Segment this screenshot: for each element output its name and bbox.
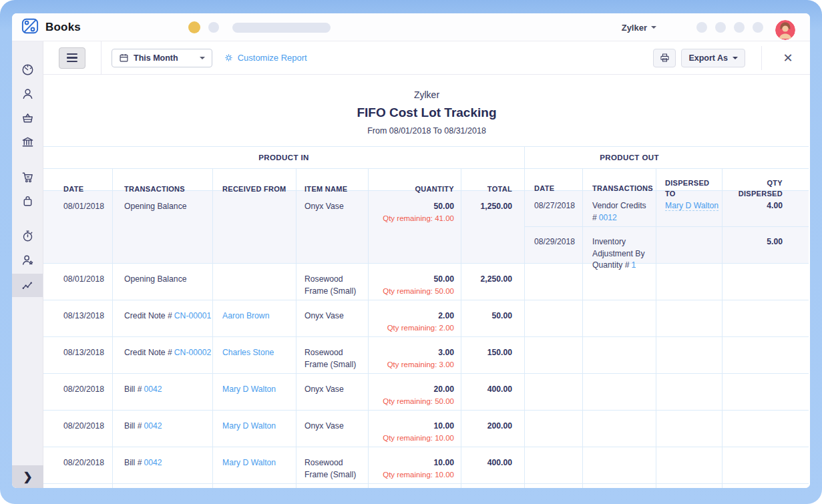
- sidebar: ❯: [12, 41, 43, 488]
- topbar-icon-3[interactable]: [734, 22, 745, 33]
- app-window: Books Zylker: [12, 13, 810, 488]
- table-row: 08/20/2018 Bill #0042 Mary D Walton Rose…: [43, 447, 809, 483]
- cell-out-date: 08/27/2018: [525, 191, 582, 226]
- sidebar-item-contacts[interactable]: [12, 81, 43, 105]
- cell-received-from: Mary D Walton: [212, 374, 296, 410]
- report-main: This Month Customize Report: [43, 41, 810, 488]
- cell-transactions: Bill #0042: [112, 411, 212, 447]
- sidebar-item-time-tracking[interactable]: [12, 224, 43, 248]
- cell-quantity: 3.00Qty remaining: 3.00: [368, 337, 461, 373]
- topbar-icon-2[interactable]: [715, 22, 726, 33]
- sidebar-expand-button[interactable]: ❯: [12, 465, 43, 488]
- cell-total: 2,250.00: [461, 264, 524, 300]
- sidebar-item-reports[interactable]: [12, 274, 43, 297]
- report-toolbar: This Month Customize Report: [43, 41, 810, 75]
- product-out-row: 08/29/2018 Inventory Adjustment By Quant…: [525, 226, 809, 263]
- toolbar-divider: [761, 46, 762, 70]
- cell-item-name: Onyx Vase: [296, 300, 368, 336]
- gear-icon: [224, 53, 234, 63]
- qty-remaining: Qty remaining: 3.00: [373, 359, 454, 370]
- caret-down-icon: [733, 57, 738, 59]
- close-icon: ✕: [783, 51, 793, 65]
- transaction-link[interactable]: 0012: [599, 213, 617, 222]
- received-from-link[interactable]: Charles Stone: [222, 348, 274, 357]
- cell-date: 08/20/2018: [43, 411, 112, 447]
- sidebar-item-purchases[interactable]: [12, 189, 43, 213]
- cell-received-from: Charles Stone: [212, 337, 296, 373]
- cell-transactions: Credit Note #CN-00001: [112, 300, 212, 336]
- customize-report-button[interactable]: Customize Report: [224, 53, 307, 63]
- received-from-link[interactable]: Mary D Walton: [222, 385, 276, 394]
- reports-icon: [21, 278, 35, 292]
- printer-icon: [659, 52, 670, 63]
- cell-item-name: Rosewood Frame (Small): [296, 337, 368, 373]
- chevron-right-icon: ❯: [23, 470, 32, 484]
- product-in-header: PRODUCT IN: [43, 147, 524, 168]
- received-from-link[interactable]: Mary D Walton: [222, 421, 276, 431]
- topbar-icon-4[interactable]: [753, 22, 763, 33]
- cell-total: 400.00: [461, 374, 524, 410]
- cell-date: 08/01/2018: [43, 191, 112, 263]
- cell-total: 150.00: [461, 337, 524, 373]
- table-group-header: PRODUCT IN PRODUCT OUT: [43, 146, 809, 168]
- table-row: 08/13/2018 Credit Note #CN-00002 Charles…: [43, 336, 809, 373]
- screenshot: Books Zylker: [0, 0, 822, 504]
- cell-quantity: 50.00Qty remaining: 50.00: [368, 264, 461, 300]
- cell-item-name: Onyx Vase: [296, 191, 368, 263]
- transaction-link[interactable]: 0042: [144, 421, 162, 431]
- report-heading: Zylker FIFO Cost Lot Tracking From 08/01…: [43, 75, 810, 146]
- transaction-link[interactable]: CN-00002: [174, 348, 212, 357]
- table-row: 08/20/2018 Bill #0042 Mary D Walton Onyx…: [43, 373, 809, 410]
- cell-date: 08/20/2018: [43, 374, 112, 410]
- cell-total: 200.00: [461, 411, 524, 447]
- cell-received-from: [212, 191, 296, 263]
- export-as-button[interactable]: Export As: [681, 49, 745, 67]
- print-button[interactable]: [653, 49, 676, 67]
- sidebar-item-dashboard[interactable]: [12, 57, 43, 81]
- transaction-link[interactable]: CN-00001: [174, 311, 212, 320]
- table-row: 08/20/2018 Bill #0042 Mary D Walton Onyx…: [43, 410, 809, 447]
- period-select[interactable]: This Month: [112, 49, 212, 67]
- cell-total: 400.00: [461, 447, 524, 483]
- dispersed-to-link[interactable]: Mary D Walton: [665, 201, 718, 211]
- topbar-icon-1[interactable]: [696, 22, 707, 33]
- report-company: Zylker: [43, 89, 810, 101]
- cell-item-name: Rosewood Frame (Small): [296, 264, 368, 300]
- app-header: Books Zylker: [12, 13, 810, 41]
- qty-remaining: Qty remaining: 10.00: [373, 433, 454, 444]
- cell-quantity: 2.00Qty remaining: 2.00: [368, 300, 461, 336]
- caret-down-icon: [651, 26, 656, 29]
- cell-item-name: Rosewood Frame (Small): [296, 447, 368, 483]
- sidebar-item-sales[interactable]: [12, 165, 43, 189]
- export-as-label: Export As: [688, 53, 728, 63]
- sidebar-item-items[interactable]: [12, 105, 43, 130]
- table-column-headers: DATE TRANSACTIONS RECEIVED FROM ITEM NAM…: [43, 168, 809, 190]
- cell-date: 08/13/2018: [43, 337, 112, 373]
- close-report-button[interactable]: ✕: [778, 48, 798, 68]
- window-frame: Books Zylker: [0, 0, 822, 504]
- qty-remaining: Qty remaining: 50.00: [373, 286, 454, 297]
- sidebar-item-banking[interactable]: [12, 130, 43, 154]
- cell-quantity: 10.00Qty remaining: 10.00: [368, 447, 461, 483]
- received-from-link[interactable]: Mary D Walton: [222, 458, 276, 467]
- transaction-link[interactable]: 0042: [144, 458, 162, 467]
- cell-transactions: Credit Note #CN-00002: [112, 337, 212, 373]
- basket-icon: [21, 111, 35, 125]
- menu-toggle-button[interactable]: [59, 47, 85, 69]
- decor-dot: [208, 22, 219, 33]
- cell-transactions: Bill #0042: [112, 374, 212, 410]
- account-name: Zylker: [622, 23, 647, 33]
- cell-transactions: Opening Balance: [112, 264, 212, 300]
- account-menu[interactable]: Zylker: [622, 13, 656, 41]
- brand-logo: Books: [19, 15, 81, 39]
- cell-date: 08/01/2018: [43, 264, 112, 300]
- search-bar[interactable]: [232, 23, 331, 33]
- period-label: This Month: [134, 53, 178, 63]
- cart-icon: [21, 170, 35, 184]
- user-avatar[interactable]: [775, 20, 795, 40]
- transaction-link[interactable]: 0042: [144, 385, 162, 394]
- received-from-link[interactable]: Aaron Brown: [222, 311, 269, 320]
- cell-item-name: Onyx Vase: [296, 374, 368, 410]
- sidebar-item-accountant[interactable]: [12, 248, 43, 272]
- report-title: FIFO Cost Lot Tracking: [43, 105, 810, 120]
